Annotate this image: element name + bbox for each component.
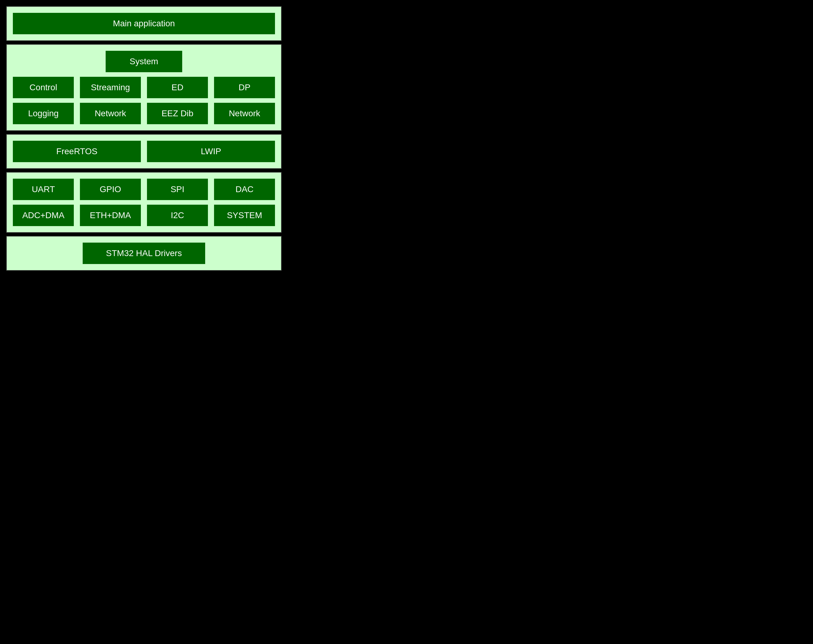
diagram-container: Main application System Control Streamin… bbox=[6, 6, 282, 271]
logging-box: Logging bbox=[13, 103, 74, 124]
network-box-1: Network bbox=[80, 103, 141, 124]
layer-stm32: STM32 HAL Drivers bbox=[6, 236, 282, 271]
layer-system: System Control Streaming ED DP Logging N… bbox=[6, 44, 282, 131]
control-box: Control bbox=[13, 77, 74, 98]
dac-box: DAC bbox=[214, 179, 275, 200]
streaming-box: Streaming bbox=[80, 77, 141, 98]
stm32-hal-box: STM32 HAL Drivers bbox=[83, 243, 205, 264]
system-title-box: System bbox=[106, 51, 182, 72]
lwip-box: LWIP bbox=[147, 141, 275, 162]
layer-main: Main application bbox=[6, 6, 282, 41]
gpio-box: GPIO bbox=[80, 179, 141, 200]
spi-box: SPI bbox=[147, 179, 208, 200]
freertos-box: FreeRTOS bbox=[13, 141, 141, 162]
dp-box: DP bbox=[214, 77, 275, 98]
ed-box: ED bbox=[147, 77, 208, 98]
system-box: SYSTEM bbox=[214, 205, 275, 226]
adc-dma-box: ADC+DMA bbox=[13, 205, 74, 226]
i2c-box: I2C bbox=[147, 205, 208, 226]
layer-hal: UART GPIO SPI DAC ADC+DMA ETH+DMA I2C SY… bbox=[6, 172, 282, 233]
uart-box: UART bbox=[13, 179, 74, 200]
main-application-box: Main application bbox=[13, 13, 275, 34]
hal-row1: UART GPIO SPI DAC bbox=[13, 179, 275, 200]
system-row1: Control Streaming ED DP bbox=[13, 77, 275, 98]
hal-row2: ADC+DMA ETH+DMA I2C SYSTEM bbox=[13, 205, 275, 226]
network-box-2: Network bbox=[214, 103, 275, 124]
eez-dib-box: EEZ Dib bbox=[147, 103, 208, 124]
system-row2: Logging Network EEZ Dib Network bbox=[13, 103, 275, 124]
layer-middleware: FreeRTOS LWIP bbox=[6, 134, 282, 169]
eth-dma-box: ETH+DMA bbox=[80, 205, 141, 226]
